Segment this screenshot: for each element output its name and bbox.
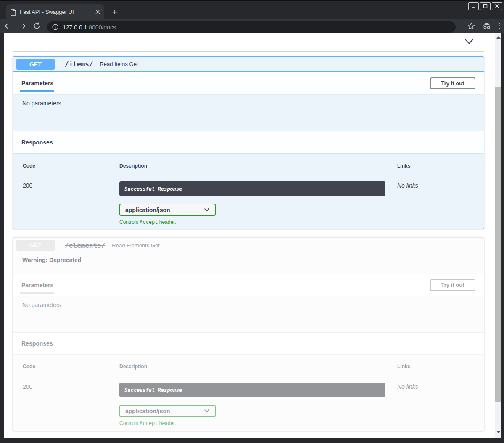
- document-icon: [10, 9, 16, 16]
- browser-tab[interactable]: Fast API - Swagger UI: [6, 4, 104, 20]
- http-method-badge: GET: [16, 240, 55, 251]
- maximize-button[interactable]: [480, 2, 491, 10]
- opblock-summary[interactable]: GET /elements/ Read Elements Get: [13, 238, 484, 253]
- url-path: :8000/docs: [87, 24, 116, 31]
- no-parameters-text: No parameters: [22, 301, 61, 308]
- column-header-description: Description: [119, 163, 147, 169]
- reload-icon[interactable]: [30, 20, 43, 32]
- endpoint-summary: Read Items Get: [100, 61, 138, 67]
- chevron-down-icon: [204, 208, 210, 212]
- opblock-get-items: GET /items/ Read Items Get Parameters Tr…: [13, 56, 484, 229]
- response-description-box: Successful Response: [119, 383, 385, 397]
- try-it-out-button[interactable]: Try it out: [430, 77, 475, 89]
- minimize-button[interactable]: [468, 2, 479, 10]
- media-type-value: application/json: [125, 207, 170, 213]
- chevron-down-icon: [204, 409, 210, 413]
- column-header-links: Links: [397, 364, 410, 370]
- column-header-description: Description: [119, 364, 147, 370]
- endpoint-path: /elements/: [65, 241, 105, 249]
- accept-header-hint: Controls Accept header.: [119, 420, 176, 426]
- forward-arrow-icon[interactable]: [16, 20, 29, 32]
- page-scrollbar[interactable]: [495, 33, 501, 438]
- parameters-header: Parameters Try it out: [13, 72, 484, 94]
- hint-code: Accept: [140, 219, 158, 225]
- accept-header-hint: Controls Accept header.: [119, 219, 176, 225]
- page-viewport: items GET /items/ Read Items Get Paramet…: [4, 33, 495, 438]
- table-divider: [23, 378, 477, 378]
- media-type-select[interactable]: application/json: [119, 405, 216, 417]
- info-icon[interactable]: [52, 24, 58, 30]
- scrollbar-thumb[interactable]: [495, 87, 501, 402]
- hint-suffix: header.: [158, 420, 176, 426]
- browser-window: Fast API - Swagger UI +: [0, 0, 504, 443]
- close-button[interactable]: [492, 2, 502, 10]
- hint-code: Accept: [140, 420, 158, 426]
- table-divider: [23, 177, 477, 177]
- url-text: 127.0.0.1:8000/docs: [63, 24, 116, 31]
- column-header-code: Code: [23, 364, 35, 370]
- tab-close-icon[interactable]: [95, 10, 100, 14]
- deprecated-warning: Warning: Deprecated: [22, 257, 81, 263]
- response-code: 200: [23, 383, 32, 390]
- url-bar[interactable]: 127.0.0.1:8000/docs: [47, 21, 456, 33]
- toolbar-right-icons: [467, 19, 500, 33]
- endpoint-path: /items/: [65, 60, 93, 68]
- column-header-links: Links: [397, 163, 410, 169]
- window-controls: [468, 2, 502, 10]
- incognito-icon[interactable]: [482, 22, 491, 30]
- star-icon[interactable]: [467, 22, 475, 30]
- responses-title: Responses: [21, 340, 53, 347]
- response-description: Successful Response: [124, 186, 182, 192]
- media-type-value: application/json: [125, 408, 170, 414]
- hint-suffix: header.: [158, 219, 176, 225]
- chevron-down-icon[interactable]: [464, 39, 474, 45]
- hint-prefix: Controls: [119, 219, 140, 225]
- responses-title: Responses: [21, 139, 53, 146]
- scrollbar-down-arrow[interactable]: [496, 431, 501, 433]
- http-method-badge: GET: [16, 59, 55, 70]
- no-parameters-text: No parameters: [22, 100, 61, 107]
- responses-header: Responses: [13, 332, 484, 354]
- endpoint-summary: Read Elements Get: [112, 242, 159, 249]
- url-host: 127.0.0.1: [63, 24, 87, 31]
- new-tab-button[interactable]: +: [109, 7, 120, 18]
- response-description: Successful Response: [124, 387, 182, 393]
- opblock-summary[interactable]: GET /items/ Read Items Get: [13, 57, 484, 72]
- response-description-box: Successful Response: [119, 181, 385, 196]
- tab-title: Fast API - Swagger UI: [20, 9, 95, 15]
- media-type-select[interactable]: application/json: [119, 204, 216, 216]
- back-arrow-icon[interactable]: [2, 20, 14, 32]
- responses-header: Responses: [13, 131, 484, 153]
- tab-parameters[interactable]: Parameters: [21, 72, 53, 94]
- parameters-header: Parameters Try it out: [13, 274, 484, 296]
- section-divider: [13, 51, 484, 52]
- tab-parameters[interactable]: Parameters: [21, 274, 53, 296]
- opblock-get-elements-deprecated: GET /elements/ Read Elements Get Warning…: [13, 237, 484, 431]
- response-code: 200: [23, 182, 32, 189]
- kebab-menu-icon[interactable]: [499, 23, 500, 29]
- try-it-out-button[interactable]: Try it out: [430, 279, 475, 291]
- column-header-code: Code: [23, 163, 35, 169]
- response-links: No links: [397, 182, 418, 189]
- browser-titlebar: Fast API - Swagger UI +: [0, 0, 504, 19]
- hint-prefix: Controls: [119, 420, 140, 426]
- response-links: No links: [397, 383, 418, 390]
- scrollbar-up-arrow[interactable]: [496, 36, 501, 39]
